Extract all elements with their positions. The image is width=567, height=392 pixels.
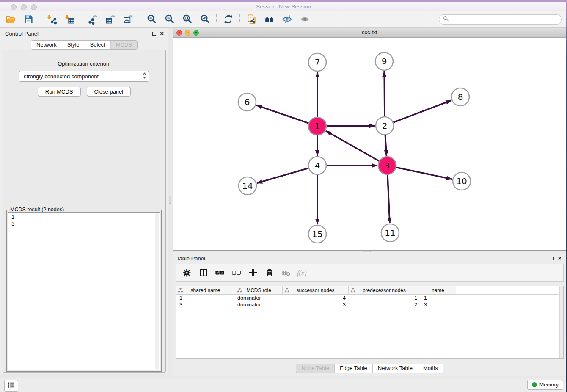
vertical-splitter-grip[interactable] <box>169 196 171 204</box>
zoom-fit-icon[interactable] <box>182 14 193 25</box>
column-header-label: MCDS role <box>246 287 271 293</box>
column-header-successor-nodes[interactable]: successor nodes <box>283 286 349 294</box>
float-panel-icon[interactable] <box>152 32 156 36</box>
network-maximize-icon[interactable]: + <box>193 30 199 36</box>
table-tab-edge-table[interactable]: Edge Table <box>334 364 372 373</box>
float-panel-icon[interactable] <box>550 257 554 260</box>
result-scrollbar[interactable] <box>155 213 159 369</box>
export-table-icon[interactable] <box>105 14 116 25</box>
network-window: × − + scc.txt 1 2 3 4 6 7 8 9 10 <box>173 28 567 251</box>
tab-mcds[interactable]: MCDS <box>110 41 137 49</box>
table-panel: Table Panel × f(x) shared name MCDS role… <box>173 252 567 376</box>
network-minimize-icon[interactable]: − <box>185 30 190 36</box>
graph-node-label: 7 <box>315 57 320 67</box>
graph-node-7[interactable]: 7 <box>308 53 326 71</box>
graph-node-label: 9 <box>382 56 387 66</box>
cell-successor-nodes: 3 <box>283 302 349 308</box>
graph-edge-4-14[interactable] <box>257 168 309 183</box>
save-session-icon[interactable] <box>23 14 34 25</box>
table-row[interactable]: 3dominator323 <box>176 301 563 308</box>
toolbar-separator <box>140 14 140 25</box>
refresh-icon[interactable] <box>223 14 234 25</box>
graph-edge-3-11[interactable] <box>388 174 390 223</box>
graph-node-10[interactable]: 10 <box>453 172 471 190</box>
tab-select[interactable]: Select <box>85 41 110 49</box>
graph-node-15[interactable]: 15 <box>308 225 326 243</box>
graph-node-11[interactable]: 11 <box>381 224 399 242</box>
toolbar-separator <box>40 14 41 25</box>
open-session-icon[interactable] <box>5 14 17 25</box>
cell-predecessor-nodes: 1 <box>349 295 420 301</box>
search-input[interactable] <box>451 16 558 23</box>
show-all-icon[interactable] <box>299 14 311 25</box>
export-image-icon[interactable] <box>123 14 134 25</box>
gear-icon[interactable] <box>181 267 193 279</box>
criterion-select[interactable]: strongly connected component <box>19 71 149 82</box>
graph-edge-2-3[interactable] <box>385 135 386 156</box>
task-history-button[interactable] <box>4 380 18 392</box>
column-header-filler <box>456 286 563 294</box>
export-network-icon[interactable] <box>87 14 99 25</box>
tab-network[interactable]: Network <box>31 41 62 49</box>
graph-node-6[interactable]: 6 <box>238 93 256 111</box>
table-tab-node-table[interactable]: Node Table <box>296 364 334 373</box>
tab-style[interactable]: Style <box>62 41 85 49</box>
graph-node-3[interactable]: 3 <box>378 157 396 174</box>
network-close-icon[interactable]: × <box>176 30 182 36</box>
toolbar-group <box>5 14 34 25</box>
cell-successor-nodes: 4 <box>283 295 349 301</box>
graph-node-2[interactable]: 2 <box>376 117 394 135</box>
graph-edge-2-8[interactable] <box>393 100 451 122</box>
close-panel-icon[interactable]: × <box>160 31 164 36</box>
column-tree-icon <box>178 288 183 294</box>
column-header-name[interactable]: name <box>420 286 456 294</box>
search-box[interactable] <box>439 14 562 25</box>
graph-edge-3-10[interactable] <box>396 167 452 179</box>
graph-node-4[interactable]: 4 <box>308 157 326 174</box>
result-line: 1 <box>11 214 157 221</box>
graph-node-14[interactable]: 14 <box>239 177 256 195</box>
table-panel-window-buttons: × <box>550 256 561 260</box>
column-header-shared-name[interactable]: shared name <box>176 286 235 294</box>
table-tab-motifs[interactable]: Motifs <box>418 364 443 373</box>
zoom-selected-icon[interactable] <box>199 14 211 25</box>
column-header-predecessor-nodes[interactable]: predecessor nodes <box>349 286 420 294</box>
graph-node-1[interactable]: 1 <box>308 117 326 135</box>
add-icon[interactable] <box>247 267 259 279</box>
clone-network-icon[interactable] <box>246 14 257 25</box>
import-table-icon[interactable] <box>64 14 75 25</box>
deselect-all-icon[interactable] <box>231 267 242 279</box>
toolbar-separator <box>239 14 240 25</box>
first-neighbors-icon[interactable] <box>264 14 275 25</box>
column-tree-icon <box>351 288 355 294</box>
graph-node-label: 10 <box>456 176 467 186</box>
memory-status-icon <box>532 382 537 387</box>
table-panel-title: Table Panel <box>176 255 205 262</box>
hide-selected-icon[interactable] <box>281 14 293 25</box>
close-panel-button[interactable]: Close panel <box>87 87 131 97</box>
mcds-result-textarea[interactable]: 13 <box>8 212 160 370</box>
column-header-MCDS-role[interactable]: MCDS role <box>235 286 283 294</box>
memory-button[interactable]: Memory <box>527 380 563 390</box>
zoom-in-icon[interactable] <box>146 14 157 25</box>
network-canvas[interactable]: 1 2 3 4 6 7 8 9 10 11 14 15 <box>173 37 566 252</box>
graph-edge-2-9[interactable] <box>384 71 385 117</box>
graph-node-8[interactable]: 8 <box>451 88 469 106</box>
table-row[interactable]: 1dominator411 <box>176 295 563 301</box>
import-network-icon[interactable] <box>46 14 58 25</box>
delete-icon[interactable] <box>264 267 275 279</box>
close-panel-icon[interactable]: × <box>558 256 561 260</box>
node-table: shared name MCDS role successor nodes pr… <box>176 286 564 359</box>
graph-edge-1-2[interactable] <box>326 126 375 126</box>
select-all-icon[interactable] <box>214 267 226 279</box>
columns-icon[interactable] <box>198 267 209 279</box>
table-tab-network-table[interactable]: Network Table <box>372 364 418 373</box>
graph-edge-1-6[interactable] <box>256 105 309 124</box>
table-scrollbar[interactable] <box>559 286 563 358</box>
control-panel-tabs: NetworkStyleSelectMCDS <box>0 40 168 50</box>
graph-node-9[interactable]: 9 <box>375 52 393 70</box>
network-window-titlebar[interactable]: × − + scc.txt <box>173 28 566 38</box>
graph-edge-3-1[interactable] <box>326 131 380 161</box>
run-mcds-button[interactable]: Run MCDS <box>38 87 81 97</box>
zoom-out-icon[interactable] <box>164 14 175 25</box>
